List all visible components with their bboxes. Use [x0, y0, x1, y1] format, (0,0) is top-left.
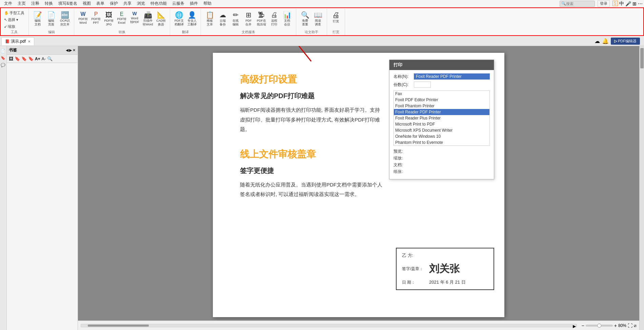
screen-icon[interactable]: ⊞	[632, 1, 637, 6]
printer-item-phantom-evernote[interactable]: Phantom Print to Evernote	[394, 139, 489, 146]
print-preview-label: 预览:	[394, 149, 409, 154]
cloud-backup-button[interactable]: ☁ 云端备份	[217, 10, 229, 27]
menu-annotate[interactable]: 注释	[28, 0, 42, 7]
menu-help[interactable]: 帮助	[201, 0, 214, 7]
menu-plugin[interactable]: 插件	[187, 0, 201, 7]
panel-prev-button[interactable]: ◀	[66, 48, 68, 52]
remote-print-icon: 🖨	[271, 11, 278, 19]
edit-doc-button[interactable]: 📝 编辑文档	[32, 10, 44, 27]
menu-view[interactable]: 视图	[80, 0, 94, 7]
bookmark-tool-1[interactable]: 🖼	[9, 56, 13, 61]
cloud-sync-icon[interactable]: ☁	[595, 38, 600, 44]
pdf-compress-icon: 🗜	[258, 11, 265, 19]
remote-print-button[interactable]: 🖨 远程打印	[268, 10, 280, 27]
bookmark-search-button[interactable]: 🔍	[47, 56, 53, 61]
mic-icon[interactable]: 🎤	[625, 1, 631, 6]
print-button[interactable]: 🖨 打宽	[330, 10, 342, 24]
pdf-to-excel-button[interactable]: E PDF转Excel	[116, 10, 128, 27]
scroll-thumb[interactable]	[640, 48, 644, 68]
pdf-compress-button[interactable]: 🗜 PDF在线压缩	[255, 10, 267, 27]
printer-item-foxit-phantom[interactable]: Foxit Phantom Printer	[394, 103, 489, 109]
free-check-button[interactable]: 🔍 免费查重	[299, 10, 311, 27]
bottom-bar: ▶ − + 80% ⛶ ⧄	[78, 321, 639, 330]
pdf-translate-button[interactable]: 🌐 PDF文档翻译	[173, 10, 185, 27]
menu-protect[interactable]: 保护	[107, 0, 121, 7]
print-copies-input[interactable]	[414, 82, 431, 88]
select-tool-button[interactable]: ↖ 选择 ▾	[3, 17, 26, 23]
more-icon[interactable]: ⋯	[638, 1, 643, 6]
convert-group-label: 转换	[77, 30, 167, 35]
login-button[interactable]: 登录	[598, 0, 610, 7]
shrink-button[interactable]: ↙ 缩放	[3, 24, 26, 29]
template-button[interactable]: 📋 模板文库	[204, 10, 216, 27]
hand-tool-button[interactable]: ✋ 手型工具	[3, 10, 26, 16]
bookmark-tool-2[interactable]: 🔖	[15, 56, 20, 61]
bookmark-tool-4[interactable]: 🔖	[28, 56, 34, 61]
printer-item-foxit-plus[interactable]: Foxit Reader Plus Printer	[394, 115, 489, 121]
printer-item-ms-pdf[interactable]: Microsoft Print to PDF	[394, 121, 489, 127]
edit-page-icon: 📄	[47, 11, 56, 19]
bookmark-tool-3[interactable]: 🔖	[21, 56, 27, 61]
section2-body: 随着无纸化办公应用普及。当遇到使用PDF文档中需要添加个人签名或者标识时, 可以…	[240, 180, 382, 199]
printer-item-ms-xps[interactable]: Microsoft XPS Document Writer	[394, 127, 489, 133]
pdf-tab[interactable]: 📕 演示.pdf ✕	[1, 37, 34, 45]
word-to-pdf-button[interactable]: W Word转PDF	[128, 10, 141, 27]
pdf-merge-button[interactable]: ⊞ PDF合并	[242, 10, 255, 27]
pro-translate-button[interactable]: 👤 专业人工翻译	[186, 10, 198, 27]
sign-label: 签字/盖章：	[402, 266, 429, 272]
printer-list[interactable]: Fax Foxit PDF Editor Printer Foxit Phant…	[394, 90, 490, 146]
menu-cloud[interactable]: 云服务	[169, 0, 187, 7]
scan-to-word-button[interactable]: 📠 扫描件转Word	[141, 10, 154, 27]
read-check-button[interactable]: 📖 阅读调查	[312, 10, 324, 27]
menu-home[interactable]: 主页	[15, 0, 28, 7]
print-name-value[interactable]: Foxit Reader PDF Printer	[414, 73, 490, 80]
free-check-icon: 🔍	[301, 11, 309, 19]
online-edit-button[interactable]: ✏ 在线编辑	[229, 10, 242, 27]
pdf-to-ppt-button[interactable]: P PDF转PPT	[90, 10, 102, 27]
zoom-slider[interactable]	[586, 325, 613, 327]
pdf-to-jpg-button[interactable]: 🖼 PDF转JPG	[103, 10, 115, 27]
printer-item-onenote[interactable]: OneNote for Windows 10	[394, 133, 489, 139]
horizontal-scrollbar[interactable]: ▶	[81, 324, 577, 327]
panel-next-button[interactable]: ▶	[69, 48, 72, 52]
printer-item-foxit-reader[interactable]: Foxit Reader PDF Printer	[394, 109, 489, 115]
svg-line-1	[291, 46, 311, 61]
h-scroll-thumb[interactable]	[88, 325, 149, 327]
menu-features[interactable]: 特色功能	[148, 0, 169, 7]
menu-form[interactable]: 表单	[94, 0, 107, 7]
font-decrease-button[interactable]: A-	[42, 57, 46, 61]
menu-share[interactable]: 共享	[121, 0, 134, 7]
print-icon: 🖨	[332, 11, 340, 20]
vertical-scrollbar[interactable]	[639, 46, 644, 330]
notification-icon[interactable]: 🔔	[602, 38, 609, 44]
printer-item-fax[interactable]: Fax	[394, 91, 489, 97]
menu-convert[interactable]: 转换	[42, 0, 56, 7]
menu-file[interactable]: 文件	[1, 0, 15, 7]
print-doc-label: 文档:	[394, 162, 409, 168]
cad-to-pdf-button[interactable]: 📐 CAD转换器	[155, 10, 167, 27]
printer-item-foxit-editor[interactable]: Foxit PDF Editor Printer	[394, 97, 489, 103]
expand-button[interactable]: ⛶	[628, 323, 632, 328]
scroll-right-arrow[interactable]: ▶	[573, 324, 576, 329]
zoom-minus-button[interactable]: −	[582, 323, 584, 328]
pdf-to-word-button[interactable]: W PDF转Word	[77, 10, 89, 27]
panel-body	[7, 63, 78, 330]
menu-browse[interactable]: 浏览	[134, 0, 148, 7]
zoom-thumb[interactable]	[597, 324, 601, 328]
print-dialog[interactable]: 打印 名称(N): Foxit Reader PDF Printer 份数(C)…	[389, 60, 494, 179]
side-icon-2[interactable]: 🔖	[1, 56, 6, 60]
meeting-button[interactable]: 📊 文档会议	[281, 10, 293, 27]
zoom-plus-button[interactable]: +	[614, 323, 617, 328]
ocr-icon: 🔤	[61, 11, 69, 19]
edit-page-button[interactable]: 📄 编辑页面	[45, 10, 57, 27]
pdf-editor-button[interactable]: ▷ PDF编辑器	[611, 38, 640, 45]
search-input[interactable]	[566, 2, 593, 6]
side-icon-3[interactable]: 💬	[1, 63, 6, 67]
side-icon-1[interactable]: 📄	[1, 49, 6, 53]
font-increase-button[interactable]: A+	[35, 57, 40, 61]
input-method-icon[interactable]: 中	[619, 1, 624, 7]
ocr-button[interactable]: 🔤 OCR识别文本	[59, 10, 71, 27]
panel-close-button[interactable]: ✕	[73, 48, 76, 52]
menu-sign[interactable]: 填写&签名	[56, 0, 80, 7]
tab-close-button[interactable]: ✕	[28, 40, 31, 43]
